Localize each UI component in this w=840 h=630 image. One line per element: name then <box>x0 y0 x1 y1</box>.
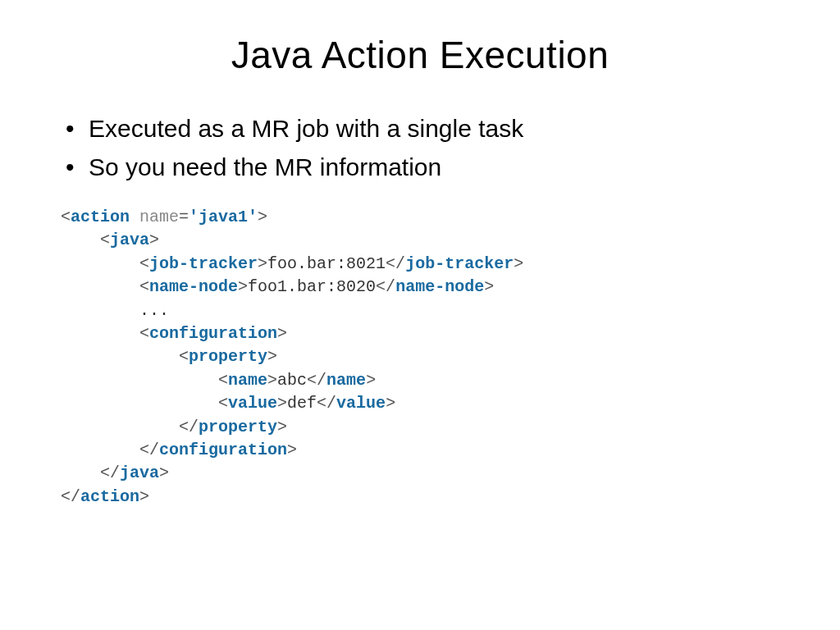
slide-title: Java Action Execution <box>57 33 783 77</box>
bullet-item: So you need the MR information <box>57 148 783 187</box>
xml-tag: configuration <box>159 441 287 459</box>
xml-text: foo.bar:8021 <box>267 254 386 273</box>
xml-tag: name-node <box>395 277 484 296</box>
xml-text: def <box>287 394 317 413</box>
xml-tag: job-tracker <box>405 254 514 273</box>
xml-tag: java <box>120 463 159 482</box>
xml-text: foo1.bar:8020 <box>248 277 376 296</box>
xml-tag: action <box>71 208 130 226</box>
xml-text: abc <box>277 371 307 390</box>
bullet-list: Executed as a MR job with a single task … <box>57 110 783 186</box>
xml-tag: value <box>336 394 386 413</box>
bullet-item: Executed as a MR job with a single task <box>57 110 783 148</box>
xml-tag: configuration <box>149 324 277 343</box>
xml-tag: name <box>228 371 267 390</box>
xml-tag: action <box>80 487 139 506</box>
xml-tag: java <box>110 231 149 249</box>
ellipsis: ... <box>139 301 169 320</box>
xml-attr: name <box>139 208 179 226</box>
xml-string: 'java1' <box>189 208 258 226</box>
xml-tag: property <box>189 347 267 366</box>
xml-tag: property <box>199 418 277 436</box>
xml-tag: job-tracker <box>149 254 258 273</box>
code-block: <action name='java1'> <java> <job-tracke… <box>61 206 783 509</box>
xml-tag: name <box>326 371 366 390</box>
xml-tag: value <box>228 394 277 413</box>
xml-tag: name-node <box>149 277 238 296</box>
